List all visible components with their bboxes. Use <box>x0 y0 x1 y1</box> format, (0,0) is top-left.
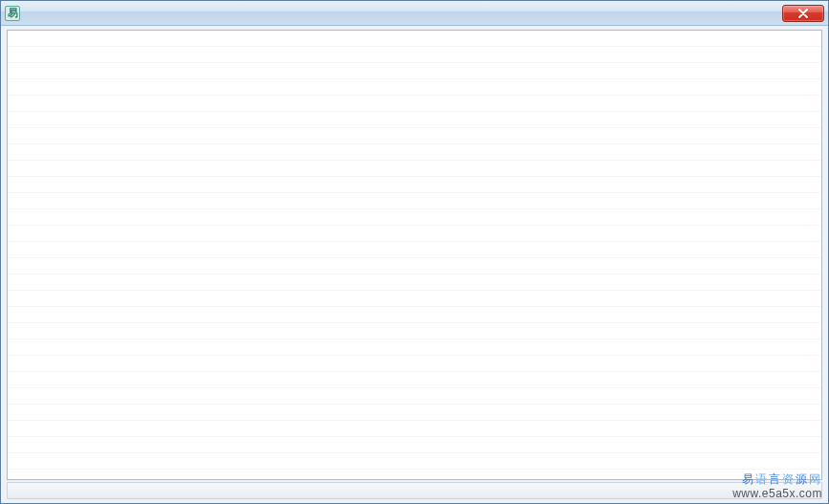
close-icon <box>797 9 809 18</box>
app-icon-glyph: 易 <box>8 8 18 18</box>
client-area <box>1 26 828 503</box>
app-icon: 易 <box>5 6 20 21</box>
list-box-background <box>8 31 821 479</box>
application-window: 易 易语言资源网 www.e5a5x.com <box>0 0 829 504</box>
titlebar[interactable]: 易 <box>1 1 828 26</box>
close-button[interactable] <box>782 5 824 22</box>
list-box[interactable] <box>7 30 822 480</box>
titlebar-left: 易 <box>5 6 24 21</box>
status-bar <box>7 482 822 499</box>
